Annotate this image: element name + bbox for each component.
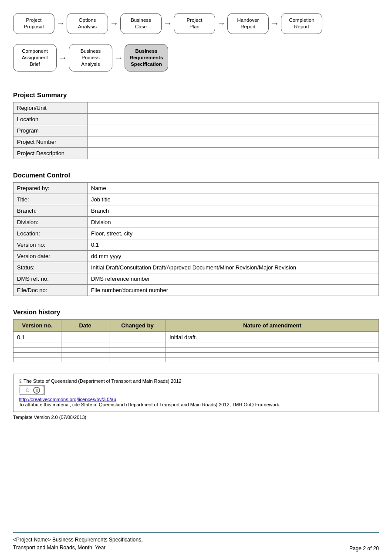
doc-value-4: Floor, street, city (88, 228, 379, 239)
doc-value-8: DMS reference number (88, 273, 379, 284)
doc-label-2: Branch: (14, 205, 88, 216)
doc-value-9: File number/document number (88, 284, 379, 296)
version-no-2 (14, 347, 61, 352)
summary-label-2: Program (14, 125, 88, 136)
flow-arrow-2 (163, 18, 172, 28)
doc-label-6: Version date: (14, 250, 88, 262)
doc-value-6: dd mm yyyy (88, 250, 379, 262)
doc-row-6: Version date:dd mm yyyy (14, 250, 379, 262)
doc-label-4: Location: (14, 228, 88, 239)
flow-box-1: Options Analysis (67, 13, 108, 34)
flow-row-2: Component Assignment BriefBusiness Proce… (13, 44, 379, 72)
flow-arrow-1 (110, 18, 118, 28)
doc-row-3: Division:Division (14, 216, 379, 228)
doc-row-4: Location:Floor, street, city (14, 228, 379, 239)
version-header-2: Changed by (109, 319, 166, 331)
summary-label-3: Project Number (14, 136, 88, 147)
version-amendment-1 (166, 343, 379, 347)
version-date-4 (61, 357, 109, 362)
flow-box-2: Business Case (120, 13, 162, 34)
version-changedby-0 (109, 331, 166, 343)
version-amendment-2 (166, 347, 379, 352)
version-header-3: Nature of amendment (166, 319, 379, 331)
doc-row-8: DMS ref. no:DMS reference number (14, 273, 379, 284)
flow-diagram-1: Project ProposalOptions AnalysisBusiness… (13, 13, 379, 42)
doc-label-9: File/Doc no: (14, 284, 88, 296)
footer-line2: Transport and Main Roads, Month, Year (13, 544, 142, 552)
doc-row-9: File/Doc no:File number/document number (14, 284, 379, 296)
version-no-3 (14, 352, 61, 357)
doc-label-8: DMS ref. no: (14, 273, 88, 284)
copyright-box: © The State of Queensland (Department of… (13, 374, 379, 412)
document-control-title: Document Control (13, 171, 379, 179)
summary-label-0: Region/Unit (14, 102, 88, 113)
doc-value-5: 0.1 (88, 239, 379, 250)
version-date-2 (61, 347, 109, 352)
version-date-3 (61, 352, 109, 357)
doc-label-5: Version no: (14, 239, 88, 250)
page-footer-inner: <Project Name> Business Requirements Spe… (13, 532, 379, 552)
summary-row-4: Project Description (14, 147, 379, 159)
summary-value-4 (88, 147, 379, 159)
doc-value-3: Division (88, 216, 379, 228)
flow-box-4: Handover Report (227, 13, 269, 34)
version-history-section: Version history Version no.DateChanged b… (13, 308, 379, 362)
doc-row-7: Status:Initial Draft/Consultation Draft/… (14, 262, 379, 273)
version-changedby-1 (109, 343, 166, 347)
flow-box-5: Completion Report (281, 13, 322, 34)
project-summary-section: Project Summary Region/UnitLocationProgr… (13, 91, 379, 159)
summary-value-3 (88, 136, 379, 147)
flow-box2-2: Business Requirements Specification (125, 44, 168, 72)
page-footer: <Project Name> Business Requirements Spe… (13, 526, 379, 555)
version-no-4 (14, 357, 61, 362)
version-date-1 (61, 343, 109, 347)
summary-row-3: Project Number (14, 136, 379, 147)
version-changedby-2 (109, 347, 166, 352)
flow-diagram-2: Component Assignment BriefBusiness Proce… (13, 44, 379, 79)
flow-arrow-4 (270, 18, 279, 28)
project-summary-title: Project Summary (13, 91, 379, 99)
doc-label-7: Status: (14, 262, 88, 273)
svg-text:⊕: ⊕ (35, 388, 39, 393)
version-no-0: 0.1 (14, 331, 61, 343)
doc-value-1: Job title (88, 194, 379, 205)
summary-value-1 (88, 113, 379, 125)
page: Project ProposalOptions AnalysisBusiness… (0, 0, 392, 555)
flow-box-3: Project Plan (174, 13, 215, 34)
version-header-row: Version no.DateChanged byNature of amend… (14, 319, 379, 331)
cc-link[interactable]: http://creativecommons.org/licences/by/3… (19, 397, 116, 402)
version-header-1: Date (61, 319, 109, 331)
doc-label-1: Title: (14, 194, 88, 205)
copyright-text: © The State of Queensland (Department of… (19, 378, 373, 384)
version-no-1 (14, 343, 61, 347)
flow-box2-0: Component Assignment Brief (13, 44, 57, 72)
version-row-0: 0.1 Initial draft. (14, 331, 379, 343)
document-control-table: Prepared by:NameTitle:Job titleBranch:Br… (13, 182, 379, 296)
summary-value-0 (88, 102, 379, 113)
version-history-title: Version history (13, 308, 379, 316)
doc-value-0: Name (88, 182, 379, 194)
summary-label-4: Project Description (14, 147, 88, 159)
doc-row-0: Prepared by:Name (14, 182, 379, 194)
page-footer-left: <Project Name> Business Requirements Spe… (13, 536, 142, 552)
flow-arrow2-1 (114, 53, 123, 63)
summary-label-1: Location (14, 113, 88, 125)
flow-arrow-3 (217, 18, 226, 28)
summary-row-0: Region/Unit (14, 102, 379, 113)
template-version: Template Version 2.0 (07/08/2013) (13, 415, 379, 420)
doc-value-7: Initial Draft/Consultation Draft/Approve… (88, 262, 379, 273)
version-history-table: Version no.DateChanged byNature of amend… (13, 319, 379, 362)
summary-row-1: Location (14, 113, 379, 125)
doc-row-5: Version no:0.1 (14, 239, 379, 250)
footer-line1: <Project Name> Business Requirements Spe… (13, 536, 142, 544)
summary-row-2: Program (14, 125, 379, 136)
summary-value-2 (88, 125, 379, 136)
svg-text:©: © (26, 388, 29, 393)
flow-box2-1: Business Process Analysis (69, 44, 112, 72)
version-row-3 (14, 352, 379, 357)
version-amendment-4 (166, 357, 379, 362)
doc-label-0: Prepared by: (14, 182, 88, 194)
version-row-1 (14, 343, 379, 347)
flow-box-0: Project Proposal (13, 13, 54, 34)
cc-icon: © ⊕ (19, 385, 45, 395)
